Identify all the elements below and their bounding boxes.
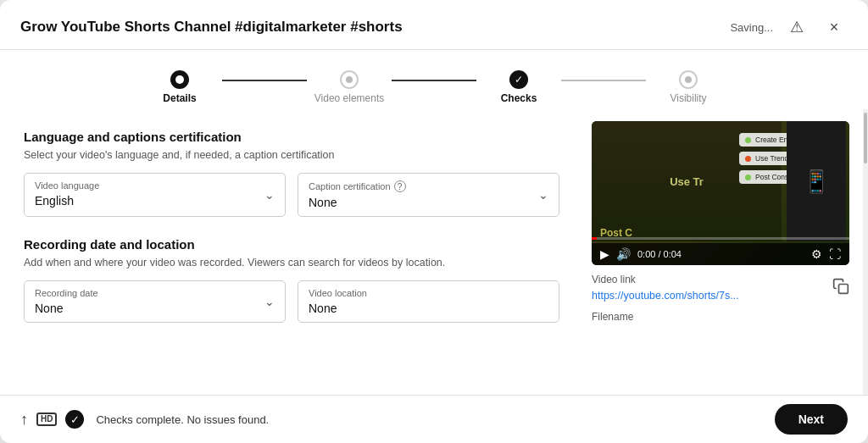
thumb-dot-2 xyxy=(745,156,751,162)
close-button[interactable]: × xyxy=(821,14,848,41)
video-link-label: Video link xyxy=(592,274,739,285)
check-icon: ✓ xyxy=(65,410,84,429)
right-panel: Use Tr Create Engaging Content Use Trend… xyxy=(583,109,863,395)
volume-icon: 🔊 xyxy=(616,247,631,261)
upload-button[interactable]: ↑ xyxy=(20,411,28,429)
settings-icon: ⚙ xyxy=(811,247,822,261)
alert-button[interactable]: ⚠ xyxy=(783,14,810,41)
thumb-dot-1 xyxy=(745,137,751,143)
video-thumb-inner: Use Tr Create Engaging Content Use Trend… xyxy=(592,121,849,265)
step-label-visibility: Visibility xyxy=(670,92,706,104)
connector-1 xyxy=(222,80,307,81)
recording-section-desc: Add when and where your video was record… xyxy=(24,257,559,269)
connector-3 xyxy=(561,80,646,81)
video-link-section: Video link https://youtube.com/shorts/7s… xyxy=(592,274,849,302)
phone-icon: 📱 xyxy=(803,169,830,195)
recording-date-arrow: ⌄ xyxy=(264,295,275,308)
step-circle-details xyxy=(170,70,189,89)
language-dropdowns-row: Video language English ⌄ Caption certifi… xyxy=(24,173,559,217)
video-location-dropdown[interactable]: Video location None xyxy=(298,280,559,323)
time-display: 0:00 / 0:04 xyxy=(637,249,682,259)
video-language-value: English xyxy=(35,194,275,208)
caption-dropdown-arrow: ⌄ xyxy=(538,188,548,202)
step-circle-checks: ✓ xyxy=(509,70,528,89)
video-thumbnail: Use Tr Create Engaging Content Use Trend… xyxy=(592,121,849,265)
language-section-title: Language and captions certification xyxy=(24,130,559,144)
caption-label: Caption certification ? xyxy=(309,180,548,192)
video-language-dropdown[interactable]: Video language English ⌄ xyxy=(24,173,286,217)
thumb-dot-3 xyxy=(745,174,751,180)
thumb-overlay-text: Use Tr xyxy=(663,172,710,191)
language-section-desc: Select your video's language and, if nee… xyxy=(24,149,559,161)
svg-rect-0 xyxy=(839,284,849,293)
step-circle-video-elements xyxy=(340,70,359,89)
fullscreen-icon: ⛶ xyxy=(829,247,841,261)
progress-bar-fill xyxy=(592,237,597,240)
copy-link-button[interactable] xyxy=(832,278,849,299)
language-dropdown-arrow: ⌄ xyxy=(264,188,275,202)
caption-certification-dropdown[interactable]: Caption certification ? None ⌄ xyxy=(298,173,559,217)
recording-section: Recording date and location Add when and… xyxy=(24,237,559,323)
alert-icon: ⚠ xyxy=(790,18,804,36)
recording-section-title: Recording date and location xyxy=(24,237,559,252)
recording-date-label: Recording date xyxy=(35,288,275,298)
modal-footer: ↑ HD ✓ Checks complete. No issues found.… xyxy=(0,395,868,443)
caption-value: None xyxy=(309,196,548,209)
step-video-elements[interactable]: Video elements xyxy=(307,70,392,104)
step-checks[interactable]: ✓ Checks xyxy=(476,70,561,104)
volume-button[interactable]: 🔊 xyxy=(616,247,631,261)
upload-icon: ↑ xyxy=(20,411,28,429)
video-location-label: Video location xyxy=(309,288,548,298)
video-link-url[interactable]: https://youtube.com/shorts/7s... xyxy=(592,290,739,302)
settings-button[interactable]: ⚙ xyxy=(811,247,822,261)
video-language-label: Video language xyxy=(35,180,275,191)
recording-date-value: None xyxy=(35,302,275,315)
video-link-row: Video link https://youtube.com/shorts/7s… xyxy=(592,274,849,302)
video-controls: ▶ 🔊 0:00 / 0:04 ⚙ ⛶ xyxy=(592,243,849,265)
recording-dropdowns-row: Recording date None ⌄ Video location Non… xyxy=(24,280,559,323)
recording-date-dropdown[interactable]: Recording date None ⌄ xyxy=(24,280,286,323)
play-icon: ▶ xyxy=(600,247,609,261)
thumb-phone-area: 📱 xyxy=(787,121,846,241)
modal-container: Grow YouTube Shorts Channel #digitalmark… xyxy=(0,0,868,443)
connector-2 xyxy=(392,80,476,81)
step-visibility[interactable]: Visibility xyxy=(646,70,731,104)
saving-status: Saving... xyxy=(730,21,773,34)
step-label-checks: Checks xyxy=(501,92,537,104)
filename-section: Filename xyxy=(592,311,849,323)
language-section: Language and captions certification Sele… xyxy=(24,130,559,217)
checks-button[interactable]: ✓ xyxy=(65,410,84,429)
close-icon: × xyxy=(830,19,839,36)
scroll-track[interactable] xyxy=(863,109,868,395)
video-location-value: None xyxy=(309,302,548,315)
checks-complete-text: Checks complete. No issues found. xyxy=(96,413,269,426)
play-button[interactable]: ▶ xyxy=(600,247,609,261)
scroll-thumb xyxy=(864,113,867,163)
steps-bar: Details Video elements ✓ Checks xyxy=(137,62,731,104)
fullscreen-button[interactable]: ⛶ xyxy=(829,247,841,261)
left-panel: Language and captions certification Sele… xyxy=(0,109,583,395)
modal-body: Language and captions certification Sele… xyxy=(0,109,868,395)
next-button[interactable]: Next xyxy=(775,404,848,435)
step-label-details: Details xyxy=(163,92,196,104)
modal-title: Grow YouTube Shorts Channel #digitalmark… xyxy=(20,19,403,36)
header-actions: Saving... ⚠ × xyxy=(730,14,848,41)
filename-label: Filename xyxy=(592,311,849,323)
modal-header: Grow YouTube Shorts Channel #digitalmark… xyxy=(0,0,868,50)
hd-badge: HD xyxy=(36,413,57,426)
footer-icons: ↑ HD ✓ xyxy=(20,410,84,429)
step-circle-visibility xyxy=(679,70,698,89)
progress-bar xyxy=(592,237,849,240)
caption-help-icon[interactable]: ? xyxy=(394,180,406,192)
video-link-info: Video link https://youtube.com/shorts/7s… xyxy=(592,274,739,302)
step-details[interactable]: Details xyxy=(137,70,222,104)
copy-icon xyxy=(832,278,849,299)
step-label-video-elements: Video elements xyxy=(314,92,385,104)
